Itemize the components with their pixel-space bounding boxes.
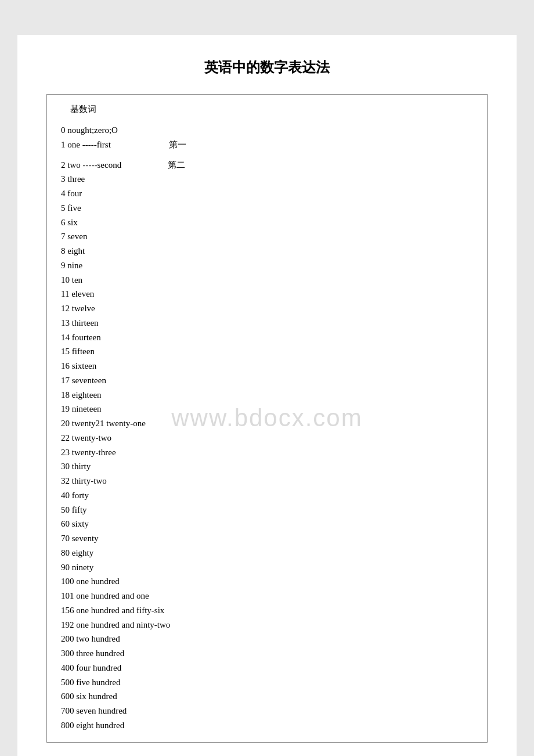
list-item: 7 seven bbox=[59, 229, 475, 244]
list-item: 80 eighty bbox=[59, 546, 475, 560]
list-item: 90 ninety bbox=[59, 560, 475, 575]
list-item: 60 sixty bbox=[59, 517, 475, 531]
list-item: 500 five hundred bbox=[59, 675, 475, 690]
list-item: 3 three bbox=[59, 172, 475, 186]
list-item: 32 thirty-two bbox=[59, 474, 475, 488]
page-title: 英语中的数字表达法 bbox=[46, 58, 488, 77]
ordinal-note: 第二 bbox=[168, 158, 185, 172]
list-item: 13 thirteen bbox=[59, 316, 475, 330]
section-header: 基数词 bbox=[59, 104, 475, 115]
list-item: 400 four hundred bbox=[59, 661, 475, 675]
list-item: 0 nought;zero;O bbox=[59, 123, 475, 138]
list-item: 30 thirty bbox=[59, 459, 475, 474]
list-item: 600 six hundred bbox=[59, 689, 475, 704]
list-item: 17 seventeen bbox=[59, 373, 475, 388]
number-list: 0 nought;zero;O 1 one -----first 第一 2 tw… bbox=[59, 123, 475, 733]
list-item: 8 eight bbox=[59, 244, 475, 258]
list-item: 23 twenty-three bbox=[59, 445, 475, 460]
number-word: 2 two -----second bbox=[61, 158, 121, 172]
list-item: 50 fifty bbox=[59, 503, 475, 517]
list-item: 18 eighteen bbox=[59, 388, 475, 402]
list-item: 100 one hundred bbox=[59, 574, 475, 589]
number-word: 1 one -----first bbox=[61, 138, 111, 152]
list-item: 300 three hundred bbox=[59, 646, 475, 661]
list-item: 5 five bbox=[59, 201, 475, 215]
list-item: 15 fifteen bbox=[59, 344, 475, 359]
ordinal-note: 第一 bbox=[169, 138, 186, 152]
list-item: 11 eleven bbox=[59, 287, 475, 301]
list-item: 156 one hundred and fifty-six bbox=[59, 603, 475, 618]
list-item: 1 one -----first 第一 bbox=[59, 138, 475, 152]
list-item: 22 twenty-two bbox=[59, 431, 475, 445]
list-item: 700 seven hundred bbox=[59, 704, 475, 718]
list-item: 800 eight hundred bbox=[59, 718, 475, 733]
list-item: 20 twenty21 twenty-one bbox=[59, 416, 475, 431]
list-item: 101 one hundred and one bbox=[59, 589, 475, 603]
list-item: 4 four bbox=[59, 186, 475, 201]
list-item: 2 two -----second 第二 bbox=[59, 158, 475, 172]
list-item: 40 forty bbox=[59, 488, 475, 503]
list-item: 19 nineteen bbox=[59, 402, 475, 416]
page: 英语中的数字表达法 www.bdocx.com 基数词 0 nought;zer… bbox=[17, 35, 517, 756]
list-item: 70 seventy bbox=[59, 531, 475, 546]
list-item: 200 two hundred bbox=[59, 632, 475, 646]
list-item: 192 one hundred and ninty-two bbox=[59, 618, 475, 632]
list-item: 9 nine bbox=[59, 258, 475, 273]
list-item: 6 six bbox=[59, 215, 475, 230]
content-box: www.bdocx.com 基数词 0 nought;zero;O 1 one … bbox=[46, 94, 488, 743]
list-item: 14 fourteen bbox=[59, 330, 475, 345]
list-item: 12 twelve bbox=[59, 301, 475, 316]
list-item: 16 sixteen bbox=[59, 359, 475, 373]
list-item: 10 ten bbox=[59, 273, 475, 287]
